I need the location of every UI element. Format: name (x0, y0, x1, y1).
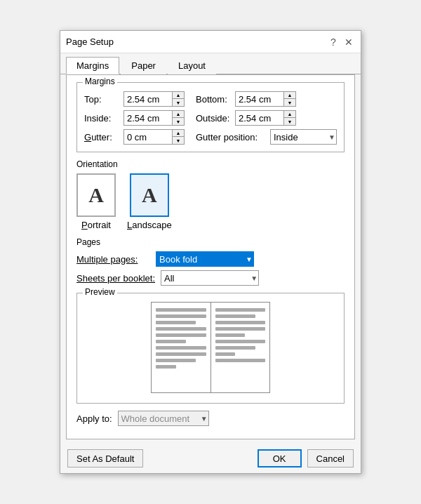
gutter-position-select-wrap: Inside Left Top ▼ (270, 129, 337, 145)
top-spinner: ▲ ▼ (123, 91, 185, 107)
book-left-page (152, 303, 210, 392)
preview-section: Preview (76, 293, 345, 426)
tab-margins[interactable]: Margins (66, 57, 119, 74)
apply-select[interactable]: Whole document This point forward (118, 411, 209, 426)
inside-spinner-buttons: ▲ ▼ (173, 110, 185, 126)
top-input[interactable] (123, 91, 173, 107)
ok-button[interactable]: OK (258, 449, 302, 467)
inside-input[interactable] (123, 110, 173, 126)
cancel-button[interactable]: Cancel (307, 449, 354, 467)
portrait-option[interactable]: A Portrait (76, 173, 116, 230)
book-preview (84, 302, 337, 393)
landscape-option[interactable]: A Landscape (127, 173, 172, 230)
book-container (151, 302, 270, 393)
top-spin-up[interactable]: ▲ (173, 92, 184, 99)
gutter-position-label: Gutter position: (196, 132, 266, 142)
dialog-title: Page Setup (66, 37, 114, 47)
outside-field-row: Outside: ▲ ▼ (196, 110, 337, 126)
multiple-pages-select-wrap: Normal Mirror margins 2 pages per sheet … (156, 251, 254, 267)
portrait-label: Portrait (81, 220, 111, 230)
bottom-field-row: Bottom: ▲ ▼ (196, 91, 337, 107)
inside-spin-up[interactable]: ▲ (173, 111, 184, 118)
help-button[interactable]: ? (327, 36, 340, 48)
pages-section: Pages Multiple pages: Normal Mirror marg… (76, 237, 345, 286)
top-label: Top: (84, 94, 119, 105)
gutter-spinner: ▲ ▼ (123, 129, 185, 145)
dialog-footer: Set As Default OK Cancel (60, 445, 361, 473)
orientation-section: Orientation A Portrait A Landscape (76, 159, 345, 230)
gutter-spinner-buttons: ▲ ▼ (173, 129, 185, 145)
gutter-spin-down[interactable]: ▼ (173, 137, 184, 144)
gutter-input[interactable] (123, 129, 173, 145)
outside-spinner: ▲ ▼ (235, 110, 296, 126)
tab-bar: Margins Paper Layout (60, 53, 361, 74)
margins-section-title: Margins (83, 77, 117, 86)
sheets-select-wrap: All 1 2 4 8 16 ▼ (161, 270, 259, 286)
landscape-icon: A (130, 173, 169, 217)
outside-spin-up[interactable]: ▲ (284, 111, 295, 118)
pages-title: Pages (76, 237, 345, 247)
portrait-icon: A (76, 173, 116, 217)
bottom-spin-up[interactable]: ▲ (284, 92, 295, 99)
bottom-spinner: ▲ ▼ (235, 91, 296, 107)
sheets-label: Sheets per booklet: (76, 273, 155, 284)
footer-right-buttons: OK Cancel (258, 449, 354, 467)
inside-label: Inside: (84, 113, 119, 124)
gutter-position-select[interactable]: Inside Left Top (270, 129, 337, 145)
apply-label: Apply to: (76, 413, 112, 424)
preview-box: Preview (76, 293, 345, 404)
outside-spinner-buttons: ▲ ▼ (284, 110, 296, 126)
tab-layout[interactable]: Layout (168, 57, 216, 74)
gutter-label: Gutter: (84, 132, 119, 142)
title-bar: Page Setup ? ✕ (60, 31, 361, 53)
bottom-input[interactable] (235, 91, 284, 107)
tab-content: Margins Top: ▲ ▼ Bottom: (66, 74, 355, 439)
landscape-label: Landscape (127, 220, 172, 230)
book-right-page (211, 303, 270, 392)
bottom-spin-down[interactable]: ▼ (284, 99, 295, 106)
inside-spin-down[interactable]: ▼ (173, 118, 184, 125)
multiple-pages-label: Multiple pages: (76, 254, 150, 265)
gutter-field-row: Gutter: ▲ ▼ (84, 129, 189, 145)
sheets-row: Sheets per booklet: All 1 2 4 8 16 ▼ (76, 270, 345, 286)
tab-paper[interactable]: Paper (121, 57, 166, 74)
multiple-pages-row: Multiple pages: Normal Mirror margins 2 … (76, 251, 345, 267)
title-bar-controls: ? ✕ (327, 36, 355, 48)
gutter-spin-up[interactable]: ▲ (173, 130, 184, 137)
page-setup-dialog: Page Setup ? ✕ Margins Paper Layout Marg… (60, 30, 361, 474)
top-spin-down[interactable]: ▼ (173, 99, 184, 106)
top-field-row: Top: ▲ ▼ (84, 91, 189, 107)
close-button[interactable]: ✕ (342, 36, 355, 48)
set-default-button[interactable]: Set As Default (67, 449, 143, 467)
outside-label: Outside: (196, 113, 231, 124)
orientation-options: A Portrait A Landscape (76, 173, 345, 230)
multiple-pages-select[interactable]: Normal Mirror margins 2 pages per sheet … (156, 251, 254, 267)
bottom-label: Bottom: (196, 94, 231, 105)
outside-spin-down[interactable]: ▼ (284, 118, 295, 125)
bottom-spinner-buttons: ▲ ▼ (284, 91, 296, 107)
top-spinner-buttons: ▲ ▼ (173, 91, 185, 107)
apply-row: Apply to: Whole document This point forw… (76, 411, 345, 426)
outside-input[interactable] (235, 110, 284, 126)
gutter-position-field-row: Gutter position: Inside Left Top ▼ (196, 129, 337, 145)
margins-grid: Top: ▲ ▼ Bottom: ▲ (84, 91, 337, 145)
preview-title: Preview (83, 287, 117, 297)
orientation-title: Orientation (76, 159, 345, 169)
sheets-select[interactable]: All 1 2 4 8 16 (161, 270, 259, 286)
inside-field-row: Inside: ▲ ▼ (84, 110, 189, 126)
inside-spinner: ▲ ▼ (123, 110, 185, 126)
apply-select-wrap: Whole document This point forward ▼ (118, 411, 209, 426)
margins-section: Margins Top: ▲ ▼ Bottom: (76, 82, 345, 152)
